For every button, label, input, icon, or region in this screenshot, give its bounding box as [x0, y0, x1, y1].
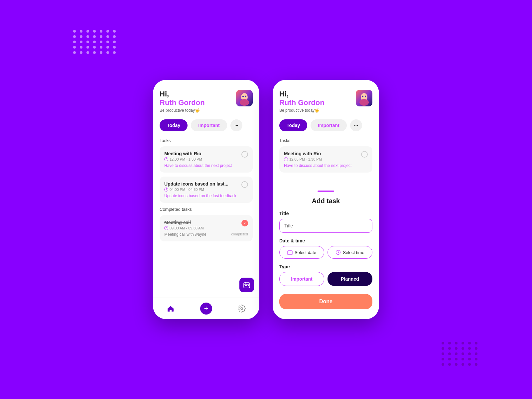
calendar-icon	[287, 250, 293, 255]
svg-rect-9	[245, 285, 246, 286]
clock-icon-2	[164, 188, 168, 192]
phone2-tab-more[interactable]: ···	[350, 119, 362, 131]
phone2-tab-today[interactable]: Today	[279, 119, 307, 131]
task-2-time: 04.00 PM - 04.30 PM	[164, 188, 228, 192]
svg-point-17	[365, 96, 366, 97]
svg-point-12	[241, 308, 243, 310]
title-field-label: Title	[279, 211, 372, 216]
phone2-greeting-subtitle: Be productive today🤟	[279, 108, 325, 113]
tabs-row: Today Important ···	[160, 119, 253, 131]
completed-task-1-checkbox[interactable]: ✓	[241, 220, 248, 226]
task-2-checkbox[interactable]	[241, 181, 248, 188]
add-task-modal: Add task Title Date & time Select date	[273, 184, 379, 319]
task-card-2: Update icons based on last... 04.00 PM -…	[160, 177, 253, 203]
task-2-header: Update icons based on last... 04.00 PM -…	[164, 181, 248, 192]
phone-2: Hi, Ruth Gordon Be productive today🤟	[273, 80, 379, 319]
type-planned-btn[interactable]: Planned	[328, 272, 372, 286]
svg-line-24	[338, 252, 339, 253]
section-completed-label: Completed tasks	[160, 207, 253, 212]
type-row: Important Planned	[279, 272, 372, 286]
greeting-name: Ruth Gordon	[160, 98, 205, 107]
bottom-nav-1: +	[153, 298, 259, 319]
task-1-header: Meeting with Rio 12.00 PM - 1.30 PM	[164, 151, 248, 161]
phone2-tab-important[interactable]: Important	[311, 119, 347, 131]
svg-point-16	[362, 96, 363, 97]
avatar	[236, 90, 253, 106]
decorative-dots-top-left	[73, 30, 117, 54]
phone2-task-1-checkbox[interactable]	[361, 151, 368, 158]
modal-title: Add task	[279, 197, 372, 205]
task-2-desc: Update icons based on the last feedback	[164, 194, 248, 198]
greeting-hi: Hi,	[160, 90, 205, 98]
completed-task-1-time: 09.00 AM - 09.30 AM	[164, 226, 204, 230]
type-important-btn[interactable]: Important	[279, 272, 324, 286]
title-input[interactable]	[279, 219, 372, 233]
svg-point-15	[359, 99, 369, 106]
phone2-task-1-title: Meeting with Rio	[284, 151, 322, 156]
phone-1-content: Hi, Ruth Gordon Be productive today🤟	[153, 80, 259, 298]
completed-task-1-title: Meeting call	[164, 220, 204, 225]
phone2-task-1-header: Meeting with Rio 12.00 PM - 1.30 PM	[284, 151, 368, 161]
phone-1-inner: Hi, Ruth Gordon Be productive today🤟	[153, 80, 259, 319]
phone-1: Hi, Ruth Gordon Be productive today🤟	[153, 80, 259, 319]
section-tasks-label: Tasks	[160, 138, 253, 143]
svg-rect-18	[288, 251, 292, 255]
svg-point-3	[242, 96, 244, 97]
completed-task-1-header: Meeting call 09.00 AM - 09.30 AM ✓	[164, 220, 248, 230]
select-time-btn[interactable]: Select time	[328, 246, 372, 259]
phone2-greeting-hi: Hi,	[279, 90, 325, 98]
phone2-tabs-row: Today Important ···	[279, 119, 372, 131]
task-2-title: Update icons based on last...	[164, 181, 228, 187]
svg-point-2	[240, 99, 249, 106]
svg-rect-11	[248, 285, 249, 286]
phone2-clock-icon-1	[284, 157, 288, 161]
task-1-info: Meeting with Rio 12.00 PM - 1.30 PM	[164, 151, 202, 161]
select-time-label: Select time	[343, 250, 364, 255]
completed-task-card-1: Meeting call 09.00 AM - 09.30 AM ✓ Meeti…	[160, 215, 253, 241]
nav-add[interactable]: +	[200, 303, 212, 315]
task-1-desc: Have to discuss about the next project	[164, 163, 248, 168]
done-button[interactable]: Done	[279, 294, 372, 309]
date-time-row: Select date Select time	[279, 246, 372, 259]
greeting-subtitle: Be productive today🤟	[160, 108, 205, 113]
phone2-task-1-info: Meeting with Rio 12.00 PM - 1.30 PM	[284, 151, 322, 161]
task-2-info: Update icons based on last... 04.00 PM -…	[164, 181, 228, 192]
clock-icon-3	[164, 226, 168, 230]
fab-calendar[interactable]	[239, 278, 254, 292]
phone-2-header: Hi, Ruth Gordon Be productive today🤟	[279, 90, 372, 113]
phone2-greeting-name: Ruth Gordon	[279, 98, 325, 107]
phone2-section-tasks-label: Tasks	[279, 138, 372, 143]
modal-handle	[318, 191, 334, 192]
phone2-task-1-desc: Have to discuss about the next project	[284, 163, 368, 168]
decorative-dots-bottom-right	[442, 342, 479, 366]
task-1-time: 12.00 PM - 1.30 PM	[164, 157, 202, 161]
nav-home[interactable]	[165, 303, 177, 315]
datetime-field-label: Date & time	[279, 238, 372, 243]
phone2-avatar	[356, 90, 372, 106]
task-1-checkbox[interactable]	[241, 151, 248, 158]
select-date-btn[interactable]: Select date	[279, 246, 324, 259]
task-card-1: Meeting with Rio 12.00 PM - 1.30 PM Have…	[160, 146, 253, 173]
phone2-greeting-block: Hi, Ruth Gordon Be productive today🤟	[279, 90, 325, 113]
phone-2-inner: Hi, Ruth Gordon Be productive today🤟	[273, 80, 379, 319]
phone2-task-1-time: 12.00 PM - 1.30 PM	[284, 157, 322, 161]
type-field-label: Type	[279, 264, 372, 269]
phone2-task-card-1: Meeting with Rio 12.00 PM - 1.30 PM Have…	[279, 146, 372, 173]
greeting-block: Hi, Ruth Gordon Be productive today🤟	[160, 90, 205, 113]
tab-today[interactable]: Today	[160, 119, 188, 131]
svg-rect-10	[246, 285, 247, 286]
screens-container: Hi, Ruth Gordon Be productive today🤟	[153, 80, 379, 319]
time-icon	[335, 250, 341, 255]
completed-task-1-info: Meeting call 09.00 AM - 09.30 AM	[164, 220, 204, 230]
select-date-label: Select date	[295, 250, 316, 255]
nav-settings[interactable]	[236, 303, 248, 315]
task-1-title: Meeting with Rio	[164, 151, 202, 156]
phone-1-header: Hi, Ruth Gordon Be productive today🤟	[160, 90, 253, 113]
tab-important[interactable]: Important	[191, 119, 227, 131]
completed-task-1-desc: Meeting call with wayne completed	[164, 232, 248, 237]
tab-more[interactable]: ···	[230, 119, 242, 131]
svg-point-4	[245, 96, 246, 97]
clock-icon-1	[164, 157, 168, 161]
